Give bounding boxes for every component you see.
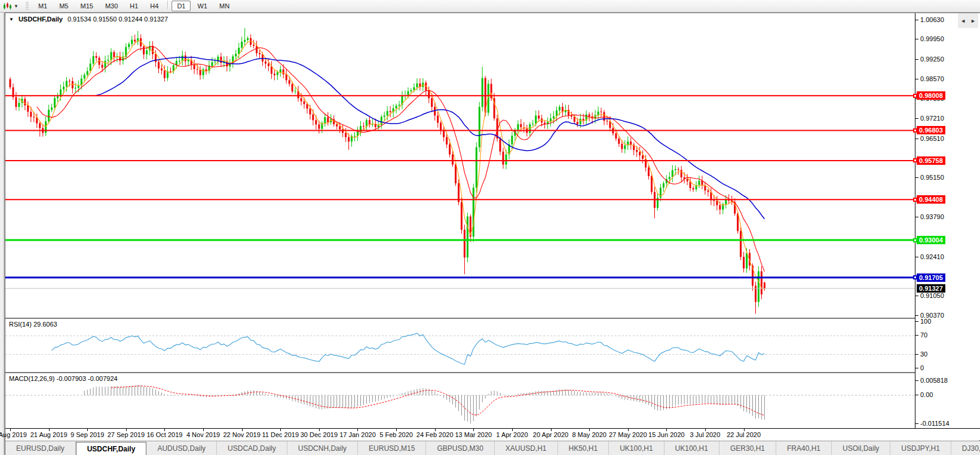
tab-eurusd-daily[interactable]: EURUSD,Daily xyxy=(5,441,76,455)
timeframe-m30[interactable]: M30 xyxy=(100,1,123,11)
tab-uk100-h1[interactable]: UK100,H1 xyxy=(609,441,664,455)
timeframe-mn[interactable]: MN xyxy=(214,1,235,11)
date-label: 15 Jun 2020 xyxy=(648,431,685,438)
tab-uk100-h1[interactable]: UK100,H1 xyxy=(664,441,719,455)
date-label: 21 Aug 2019 xyxy=(30,431,68,438)
chart-window: ▼ USDCHF,Daily 0.91534 0.91550 0.91244 0… xyxy=(5,13,980,455)
date-label: 22 Nov 2019 xyxy=(223,431,260,438)
price-axis-tick: 0.00 xyxy=(920,391,933,398)
price-axis-tick: 100 xyxy=(920,318,931,325)
candlestick-chart-icon[interactable] xyxy=(2,2,13,11)
timeframe-buttons: M1M5M15M30H1H4D1W1MN xyxy=(32,1,235,11)
price-axis-tick: 0.99250 xyxy=(920,56,944,63)
tab-scroll-left-icon[interactable]: ◄ xyxy=(960,18,966,24)
date-label: 20 Apr 2020 xyxy=(533,431,568,438)
date-axis[interactable]: 2 Aug 201921 Aug 20199 Sep 201927 Sep 20… xyxy=(5,428,980,440)
price-axis-tick: 1.00630 xyxy=(920,16,944,23)
tab-gbpusd-m30[interactable]: GBPUSD,M30 xyxy=(426,441,494,455)
date-label: 13 Mar 2020 xyxy=(455,431,492,438)
tab-usdcnh-daily[interactable]: USDCNH,Daily xyxy=(287,441,358,455)
price-level-badge: 0.91327 xyxy=(917,284,945,293)
price-axis-tick: -0.011514 xyxy=(920,420,950,427)
date-label: 8 May 2020 xyxy=(572,431,606,438)
rsi-label: RSI(14) 29.6063 xyxy=(9,321,57,328)
level-anchor-icon[interactable] xyxy=(913,198,917,202)
price-axis-tick: 0.99950 xyxy=(920,35,944,42)
timeframe-m15[interactable]: M15 xyxy=(75,1,98,11)
price-axis[interactable]: 1.006300.999500.992500.985700.978900.972… xyxy=(915,13,980,428)
timeframe-h1[interactable]: H1 xyxy=(124,1,143,11)
price-axis-tick: 0.95150 xyxy=(920,174,944,181)
tab-usdchf-daily[interactable]: USDCHF,Daily xyxy=(76,442,147,455)
window-left-edge xyxy=(0,13,5,455)
price-chart-canvas[interactable] xyxy=(5,13,915,318)
date-label: 2 Aug 2019 xyxy=(0,431,27,438)
date-label: 22 Jul 2020 xyxy=(727,431,761,438)
chevron-down-icon[interactable]: ▼ xyxy=(14,4,19,9)
tab-scroll-right-icon[interactable]: ► xyxy=(970,18,976,24)
rsi-chart-canvas[interactable] xyxy=(5,319,915,372)
date-label: 9 Sep 2019 xyxy=(71,431,104,438)
price-axis-tick: 0.91050 xyxy=(920,292,944,299)
macd-chart-canvas[interactable] xyxy=(5,373,915,428)
price-axis-tick: 0.005818 xyxy=(920,377,948,384)
price-level-badge: 0.94408 xyxy=(917,195,945,204)
chart-ohlc-values: 0.91534 0.91550 0.91244 0.91327 xyxy=(68,16,168,23)
tab-audusd-daily[interactable]: AUDUSD,Daily xyxy=(146,441,217,455)
timeframe-m1[interactable]: M1 xyxy=(33,1,53,11)
level-anchor-icon[interactable] xyxy=(913,94,917,98)
level-anchor-icon[interactable] xyxy=(913,238,917,242)
tab-usdjpy-h1[interactable]: USDJPY,H1 xyxy=(890,441,951,455)
date-label: 24 Feb 2020 xyxy=(416,431,454,438)
price-axis-tick: 0.98570 xyxy=(920,75,944,82)
price-axis-tick: 30 xyxy=(920,351,927,358)
timeframe-m5[interactable]: M5 xyxy=(54,1,74,11)
date-label: 27 Sep 2019 xyxy=(108,431,145,438)
price-axis-tick: 0.93790 xyxy=(920,213,944,220)
macd-pane[interactable]: MACD(12,26,9) -0.007903 -0.007924 xyxy=(5,373,915,428)
price-level-badge: 0.95758 xyxy=(917,156,945,165)
toolbar-separator xyxy=(167,1,168,9)
toolbar-grip[interactable] xyxy=(26,2,29,10)
chevron-down-icon[interactable]: ▼ xyxy=(9,17,14,22)
tab-hk50-h1[interactable]: HK50,H1 xyxy=(558,441,610,455)
tab-dj30-m15[interactable]: DJ30,M15 xyxy=(951,441,980,455)
price-axis-tick: 0.96510 xyxy=(920,135,944,142)
timeframe-d1[interactable]: D1 xyxy=(172,1,191,11)
level-anchor-icon[interactable] xyxy=(913,128,917,133)
tab-fra40-h1[interactable]: FRA40,H1 xyxy=(776,441,832,455)
tab-eurusd-m15[interactable]: EURUSD,M15 xyxy=(358,441,426,455)
tab-scroll-arrows: ◄ ► xyxy=(958,13,978,28)
price-level-badge: 0.93004 xyxy=(917,236,945,244)
chart-tab-bar: EURUSD,DailyUSDCHF,DailyAUDUSD,DailyUSDC… xyxy=(5,441,980,455)
level-anchor-icon[interactable] xyxy=(913,275,917,279)
price-pane[interactable]: ▼ USDCHF,Daily 0.91534 0.91550 0.91244 0… xyxy=(5,13,915,318)
tab-usoil-daily[interactable]: USOil,Daily xyxy=(832,441,890,455)
date-label: 30 Dec 2019 xyxy=(301,431,338,438)
price-level-badge: 0.98008 xyxy=(917,91,945,100)
rsi-pane[interactable]: RSI(14) 29.6063 xyxy=(5,319,915,372)
price-level-badge: 0.91705 xyxy=(917,273,945,282)
macd-label: MACD(12,26,9) -0.007903 -0.007924 xyxy=(9,375,118,382)
top-toolbar: ▼ M1M5M15M30H1H4D1W1MN xyxy=(0,0,980,13)
price-axis-tick: 70 xyxy=(920,331,927,339)
chart-symbol-label: USDCHF,Daily xyxy=(19,16,63,23)
date-label: 4 Nov 2019 xyxy=(186,431,220,438)
date-label: 3 Jul 2020 xyxy=(690,431,721,438)
timeframe-w1[interactable]: W1 xyxy=(192,1,213,11)
date-label: 5 Feb 2020 xyxy=(379,431,413,438)
date-label: 16 Oct 2019 xyxy=(146,431,182,438)
timeframe-h4[interactable]: H4 xyxy=(145,1,164,11)
tab-xauusd-h1[interactable]: XAUUSD,H1 xyxy=(495,441,558,455)
price-axis-tick: 0 xyxy=(920,364,924,371)
tab-usdcad-daily[interactable]: USDCAD,Daily xyxy=(217,441,287,455)
price-axis-tick: 0.92410 xyxy=(920,253,944,260)
level-anchor-icon[interactable] xyxy=(913,158,917,162)
date-label: 11 Dec 2019 xyxy=(262,431,299,438)
price-axis-tick: 0.97210 xyxy=(920,115,944,122)
date-label: 17 Jan 2020 xyxy=(339,431,376,438)
price-level-badge: 0.96803 xyxy=(917,126,945,134)
tab-ger30-h1[interactable]: GER30,H1 xyxy=(719,441,776,455)
chart-title: ▼ USDCHF,Daily 0.91534 0.91550 0.91244 0… xyxy=(9,16,168,23)
date-label: 1 Apr 2020 xyxy=(496,431,528,438)
